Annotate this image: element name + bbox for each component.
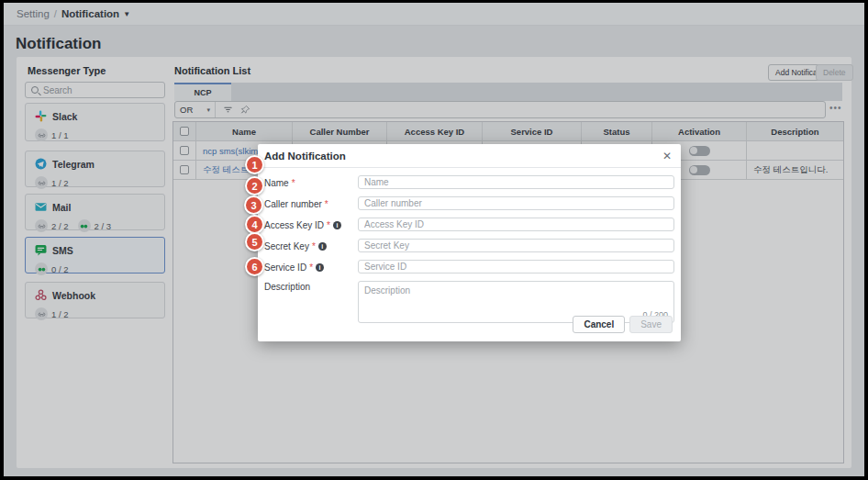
cancel-button[interactable]: Cancel [573,316,625,333]
save-button[interactable]: Save [629,316,673,333]
info-icon[interactable]: i [333,221,341,229]
step-marker-3: 3 [244,195,263,215]
required-mark: * [312,241,316,251]
secret-key-field[interactable] [358,239,674,252]
caller-number-field[interactable] [358,196,674,210]
step-marker-1: 1 [245,155,264,174]
required-mark: * [292,178,295,188]
info-icon[interactable]: i [318,242,327,251]
step-marker-4: 4 [245,215,264,234]
required-mark: * [309,262,313,273]
close-icon[interactable]: ✕ [662,151,672,162]
modal-title: Add Notification [264,151,346,162]
secret-key-label: Secret Key [264,241,309,251]
access-key-id-field[interactable] [358,218,674,231]
info-icon[interactable]: i [316,263,324,272]
name-label: Name [264,178,289,188]
name-field[interactable] [358,175,674,189]
required-mark: * [327,220,330,230]
step-marker-5: 5 [245,232,264,251]
access-key-id-label: Access Key ID [264,220,324,230]
description-label: Description [264,282,310,292]
service-id-field[interactable] [358,260,674,273]
service-id-label: Service ID [264,262,306,273]
caller-number-label: Caller number [264,199,322,209]
required-mark: * [325,199,328,209]
app-frame: Setting / Notification ▼ Notification Me… [0,0,868,480]
step-marker-6: 6 [245,257,264,276]
step-marker-2: 2 [245,176,264,195]
add-notification-modal: Add Notification ✕ Name* Caller number* … [258,144,681,341]
description-field[interactable] [359,282,673,311]
